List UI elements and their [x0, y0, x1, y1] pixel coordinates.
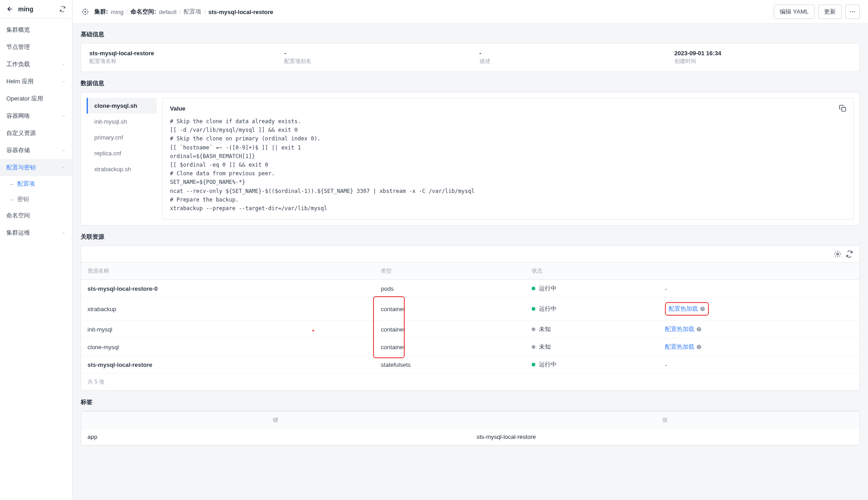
sidebar-header: ming	[0, 0, 72, 19]
col-key: 键	[81, 412, 470, 429]
status-dot	[532, 307, 535, 311]
svg-text:?: ?	[698, 327, 700, 331]
help-icon: ?	[696, 327, 702, 332]
file-item[interactable]: clone-mysql.sh	[87, 98, 157, 114]
table-row: init-mysqlcontainer未知配置热加载?	[81, 321, 859, 338]
resource-type: pods	[374, 280, 525, 298]
hot-reload-link[interactable]: 配置热加载?	[669, 305, 705, 313]
nav-config-secret[interactable]: 配置与密钥	[0, 159, 72, 176]
value-panel: Value # Skip the clone if data already e…	[162, 98, 854, 220]
section-data: 数据信息	[81, 79, 860, 87]
resource-status: 运行中	[525, 280, 659, 298]
file-item[interactable]: xtrabackup.sh	[87, 161, 157, 177]
svg-point-0	[84, 11, 86, 12]
resource-status: 运行中	[525, 356, 659, 374]
nav-network[interactable]: 容器网络	[0, 107, 72, 125]
chevron-down-icon	[61, 62, 66, 67]
nav-operator[interactable]: Operator 应用	[0, 90, 72, 107]
resources-card: 资源名称 类型 状态 sts-mysql-local-restore-0pods…	[81, 245, 860, 391]
breadcrumb-cluster[interactable]: ming	[111, 9, 123, 15]
labels-card: 键 值 app sts-mysql-local-restore	[81, 411, 860, 446]
back-icon[interactable]	[6, 5, 18, 13]
nav-configmap[interactable]: –配置项	[0, 176, 72, 192]
help-icon: ?	[696, 344, 702, 350]
resource-action[interactable]: 配置热加载?	[659, 321, 859, 338]
resource-action[interactable]: 配置热加载?	[659, 338, 859, 356]
config-name-label: 配置项名称	[89, 58, 266, 65]
resource-action[interactable]: 配置热加载?	[659, 298, 859, 321]
refresh-icon[interactable]	[59, 6, 66, 12]
breadcrumb-current: sts-mysql-local-restore	[209, 9, 273, 15]
table-row: clone-mysqlcontainer未知配置热加载?	[81, 338, 859, 356]
svg-rect-12	[842, 107, 846, 111]
copy-icon[interactable]	[839, 105, 846, 112]
svg-point-2	[87, 11, 89, 13]
edit-yaml-button[interactable]: 编辑 YAML	[774, 5, 815, 19]
label-row: app sts-mysql-local-restore	[81, 429, 859, 445]
nav-ops[interactable]: 集群运维	[0, 224, 72, 241]
nav-secret[interactable]: –密钥	[0, 192, 72, 207]
resource-status: 未知	[525, 321, 659, 338]
status-dot	[532, 327, 535, 331]
code-content: # Skip the clone if data already exists.…	[170, 117, 846, 213]
resource-status: 运行中	[525, 298, 659, 321]
resources-footer: 共 5 项	[81, 374, 859, 390]
breadcrumb-cluster-label: 集群:	[94, 8, 108, 16]
file-item[interactable]: init-mysql.sh	[87, 114, 157, 130]
topbar: 集群: ming / 命名空间: default / 配置项 / sts-mys…	[73, 0, 868, 24]
resources-table: 资源名称 类型 状态 sts-mysql-local-restore-0pods…	[81, 262, 859, 374]
svg-point-13	[837, 253, 839, 255]
refresh-icon[interactable]	[846, 250, 853, 258]
breadcrumb-config[interactable]: 配置项	[184, 8, 201, 16]
svg-point-4	[85, 14, 86, 15]
basic-info-card: sts-mysql-local-restore 配置项名称 - 配置项别名 - …	[81, 43, 860, 72]
label-value: sts-mysql-local-restore	[470, 429, 860, 445]
more-icon	[849, 9, 856, 15]
svg-text:?: ?	[698, 345, 700, 348]
main: 集群: ming / 命名空间: default / 配置项 / sts-mys…	[73, 0, 868, 500]
svg-point-7	[83, 13, 84, 14]
nav-nodes[interactable]: 节点管理	[0, 38, 72, 56]
config-name-value: sts-mysql-local-restore	[89, 50, 266, 57]
hot-reload-link[interactable]: 配置热加载?	[665, 325, 702, 333]
status-dot	[532, 287, 535, 290]
nav-overview[interactable]: 集群概览	[0, 21, 72, 38]
nav-custom[interactable]: 自定义资源	[0, 125, 72, 142]
resource-action: -	[659, 280, 859, 298]
status-dot	[532, 363, 535, 366]
table-row: xtrabackupcontainer运行中配置热加载?	[81, 298, 859, 321]
config-created-value: 2023-09-01 16:34	[674, 50, 851, 57]
svg-point-5	[83, 10, 84, 10]
chevron-down-icon	[61, 114, 66, 118]
nav-helm[interactable]: Helm 应用	[0, 73, 72, 90]
resource-name: init-mysql	[81, 321, 374, 338]
section-labels: 标签	[81, 398, 860, 406]
value-title: Value	[170, 105, 185, 112]
svg-point-9	[850, 11, 851, 12]
more-button[interactable]	[845, 5, 860, 19]
resource-type: container	[374, 321, 525, 338]
cluster-icon	[81, 7, 94, 16]
nav-namespace[interactable]: 命名空间	[0, 207, 72, 224]
hot-reload-link[interactable]: 配置热加载?	[665, 343, 702, 351]
svg-point-10	[852, 11, 853, 12]
gear-icon[interactable]	[834, 250, 841, 258]
content: 基础信息 sts-mysql-local-restore 配置项名称 - 配置项…	[73, 24, 868, 500]
table-row: sts-mysql-local-restorestatefulsets运行中-	[81, 356, 859, 374]
svg-point-1	[82, 11, 83, 13]
file-item[interactable]: replica.cnf	[87, 145, 157, 161]
resource-action: -	[659, 356, 859, 374]
sidebar: ming 集群概览 节点管理 工作负载 Helm 应用 Operator 应用 …	[0, 0, 73, 500]
file-item[interactable]: primary.cnf	[87, 130, 157, 145]
cluster-name: ming	[18, 5, 59, 13]
config-alias-label: 配置项别名	[284, 58, 461, 65]
resource-status: 未知	[525, 338, 659, 356]
update-button[interactable]: 更新	[818, 5, 842, 19]
help-icon: ?	[700, 306, 705, 312]
breadcrumb-ns[interactable]: default	[159, 9, 177, 15]
col-status: 状态	[525, 263, 659, 280]
svg-point-11	[854, 11, 855, 12]
svg-text:?: ?	[702, 307, 703, 310]
nav-storage[interactable]: 容器存储	[0, 142, 72, 159]
nav-workloads[interactable]: 工作负载	[0, 56, 72, 73]
